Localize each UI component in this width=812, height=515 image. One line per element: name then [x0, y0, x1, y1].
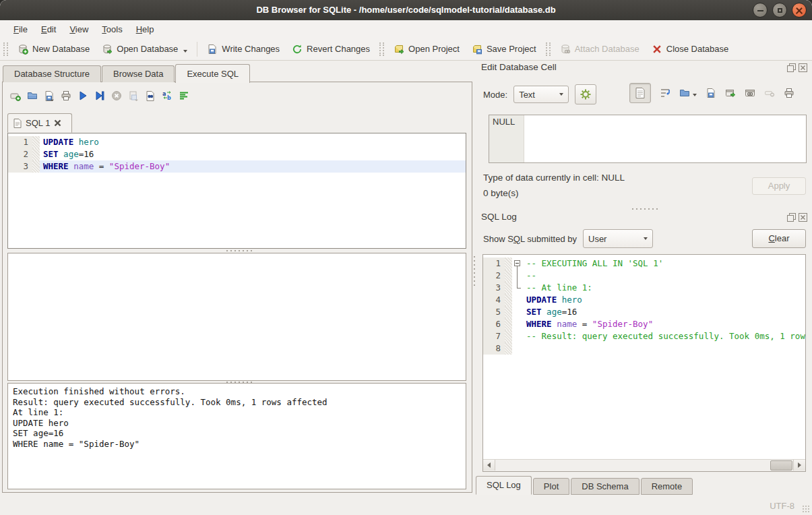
- submitter-select[interactable]: User: [583, 229, 653, 248]
- dock-splitter[interactable]: [631, 208, 658, 211]
- open-database-dropdown-icon[interactable]: [183, 50, 187, 53]
- close-dock-icon[interactable]: [799, 63, 807, 72]
- scrollbar-track[interactable]: [495, 460, 793, 471]
- sql-editor[interactable]: 1UPDATE hero2SET age=163WHERE name = "Sp…: [7, 133, 466, 249]
- close-database-icon: [652, 44, 662, 55]
- import-dropdown-icon: [693, 94, 697, 96]
- filter-label: Show SQL submitted by: [483, 234, 577, 244]
- menu-tools[interactable]: Tools: [95, 22, 129, 36]
- revert-changes-icon: [292, 44, 303, 55]
- revert-changes-button[interactable]: Revert Changes: [286, 41, 376, 57]
- minimize-button[interactable]: [753, 3, 768, 18]
- revert-changes-label: Revert Changes: [307, 44, 370, 54]
- float-dock-icon[interactable]: [787, 63, 796, 72]
- cell-value-editor[interactable]: NULL: [489, 115, 807, 163]
- execute-sql-icon[interactable]: [77, 90, 88, 101]
- sql-log-view[interactable]: 1-- EXECUTING ALL IN 'SQL 1'2--3-- At li…: [482, 254, 806, 472]
- tab-execute-sql[interactable]: Execute SQL: [175, 64, 250, 83]
- titlebar[interactable]: DB Browser for SQLite - /home/user/code/…: [0, 0, 812, 21]
- menu-help[interactable]: Help: [129, 22, 161, 36]
- apply-button: Apply: [752, 177, 806, 195]
- execute-current-line-icon[interactable]: [94, 90, 105, 101]
- print-sql-icon[interactable]: [61, 90, 71, 101]
- toolbar-drag-handle[interactable]: [546, 42, 551, 56]
- new-sql-tab-icon[interactable]: [10, 90, 21, 101]
- toolbar-drag-handle[interactable]: [3, 42, 8, 56]
- maximize-button[interactable]: [772, 3, 787, 18]
- save-results-icon: [128, 90, 139, 101]
- encoding-indicator[interactable]: UTF-8: [770, 501, 794, 511]
- open-file-icon: [679, 88, 690, 98]
- mode-select[interactable]: Text: [513, 86, 569, 103]
- scroll-left-arrow[interactable]: [483, 460, 495, 471]
- cell-text-area[interactable]: [524, 115, 806, 162]
- resize-grip[interactable]: [802, 505, 810, 513]
- open-project-label: Open Project: [408, 44, 460, 54]
- gear-icon: [580, 88, 592, 100]
- cell-null-indicator: NULL: [489, 115, 524, 162]
- submitter-value: User: [588, 234, 606, 244]
- sql-toolbar: ab: [10, 88, 189, 104]
- close-button[interactable]: [792, 3, 807, 18]
- svg-text:a: a: [162, 91, 166, 97]
- sql-log-title: SQL Log: [481, 212, 517, 222]
- sql-document-tab[interactable]: SQL 1: [7, 113, 72, 133]
- clear-log-button[interactable]: Clear: [752, 229, 806, 248]
- new-database-button[interactable]: New Database: [11, 41, 96, 57]
- open-database-icon: [102, 44, 113, 55]
- float-dock-icon[interactable]: [787, 213, 796, 222]
- dock-tab-sql-log[interactable]: SQL Log: [476, 476, 532, 495]
- open-in-external-icon[interactable]: [725, 88, 736, 98]
- format-sql-icon[interactable]: [179, 90, 189, 101]
- open-sql-file-icon[interactable]: [27, 90, 38, 101]
- save-project-button[interactable]: Save Project: [466, 41, 542, 57]
- find-replace-icon[interactable]: ab: [162, 90, 173, 101]
- dock-tab-plot[interactable]: Plot: [533, 478, 569, 495]
- save-sql-file-icon[interactable]: [44, 90, 55, 101]
- cell-size-info: 0 byte(s): [483, 188, 519, 198]
- new-database-icon: [18, 44, 28, 55]
- close-sql-tab-icon[interactable]: [54, 119, 61, 127]
- sql-log-hscrollbar[interactable]: [483, 459, 805, 471]
- attach-database-label: Attach Database: [575, 44, 639, 54]
- text-document-icon: [635, 88, 645, 98]
- write-changes-button[interactable]: Write Changes: [201, 41, 286, 57]
- svg-text:b: b: [167, 95, 171, 101]
- dock-tab-remote[interactable]: Remote: [641, 478, 693, 495]
- export-data-icon[interactable]: [706, 88, 716, 98]
- find-in-sql-icon[interactable]: [145, 90, 156, 101]
- results-pane[interactable]: [7, 253, 466, 381]
- open-database-button[interactable]: Open Database: [96, 41, 193, 57]
- text-mode-toggle-button[interactable]: [629, 83, 651, 103]
- close-database-label: Close Database: [666, 44, 729, 54]
- tab-database-structure[interactable]: Database Structure: [3, 65, 101, 82]
- scrollbar-thumb[interactable]: [770, 460, 792, 471]
- stop-execution-icon: [111, 90, 122, 101]
- link-cell-icon[interactable]: [745, 88, 755, 98]
- scroll-right-arrow[interactable]: [793, 460, 805, 471]
- auto-switch-mode-button[interactable]: [575, 84, 596, 104]
- toolbar-drag-handle[interactable]: [379, 42, 384, 56]
- import-data-button[interactable]: [679, 88, 697, 98]
- menu-edit[interactable]: Edit: [34, 22, 63, 36]
- menu-file[interactable]: File: [7, 22, 34, 36]
- dock-tab-db-schema[interactable]: DB Schema: [571, 478, 639, 495]
- mode-dropdown-icon: [559, 93, 563, 96]
- cell-mode-row: Mode: Text: [483, 84, 596, 104]
- execution-status-log[interactable]: Execution finished without errors. Resul…: [7, 383, 466, 489]
- write-changes-label: Write Changes: [222, 44, 280, 54]
- open-project-button[interactable]: Open Project: [387, 41, 466, 57]
- cell-type-info: Type of data currently in cell: NULL: [483, 173, 625, 183]
- mode-value: Text: [519, 90, 535, 100]
- tab-browse-data[interactable]: Browse Data: [102, 65, 175, 82]
- new-database-label: New Database: [32, 44, 90, 54]
- menu-view[interactable]: View: [63, 22, 95, 36]
- save-project-label: Save Project: [487, 44, 536, 54]
- close-database-button[interactable]: Close Database: [646, 41, 735, 57]
- toolbar-separator: [197, 42, 197, 57]
- word-wrap-icon[interactable]: [660, 88, 670, 98]
- print-cell-icon[interactable]: [784, 88, 794, 98]
- close-dock-icon[interactable]: [799, 213, 807, 222]
- mode-label: Mode:: [483, 90, 507, 100]
- sql-tab-label: SQL 1: [26, 118, 50, 128]
